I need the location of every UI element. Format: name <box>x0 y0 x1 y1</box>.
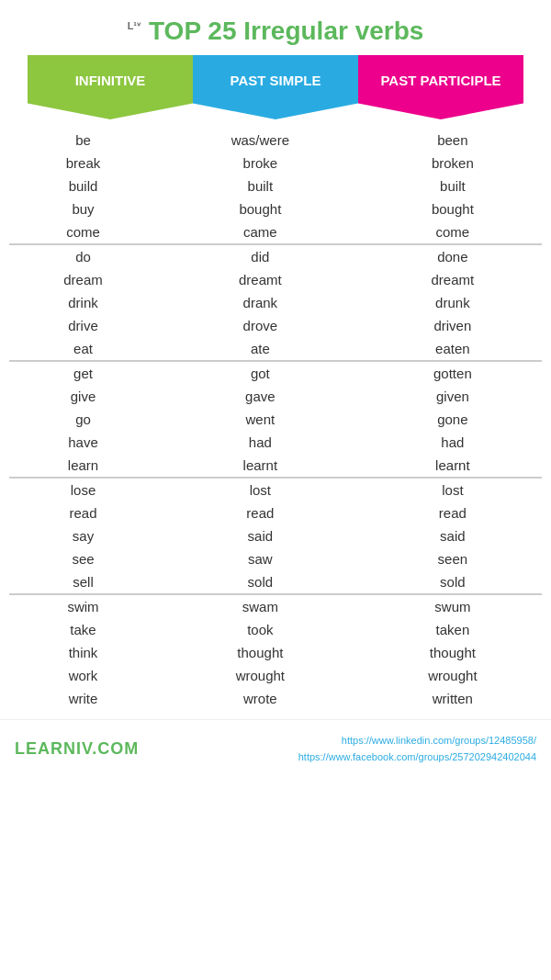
cell-past_participle: lost <box>364 478 542 501</box>
cell-past_simple: wrote <box>157 687 364 710</box>
table-row: loselostlost <box>9 478 542 501</box>
cell-past_simple: ate <box>157 337 364 361</box>
cell-infinitive: do <box>9 244 157 268</box>
cell-past_participle: had <box>364 431 542 454</box>
table-row: swimswamswum <box>9 594 542 618</box>
table-row: buyboughtbought <box>9 197 542 220</box>
cell-past_participle: come <box>364 220 542 244</box>
cell-infinitive: build <box>9 175 157 197</box>
cell-past_simple: broke <box>157 152 364 175</box>
cell-past_simple: swam <box>157 594 364 618</box>
cell-infinitive: come <box>9 220 157 244</box>
cell-past_participle: sold <box>364 570 542 594</box>
cell-past_simple: said <box>157 524 364 547</box>
table-row: readreadread <box>9 501 542 524</box>
footer-links: https://www.linkedin.com/groups/12485958… <box>298 733 536 765</box>
table-row: taketooktaken <box>9 618 542 641</box>
table-row: givegavegiven <box>9 385 542 408</box>
cell-past_participle: seen <box>364 547 542 570</box>
table-area: bewas/werebeenbreakbrokebrokenbuildbuilt… <box>0 129 551 710</box>
cell-infinitive: have <box>9 431 157 454</box>
cell-infinitive: read <box>9 501 157 524</box>
page-title: TOP 25 Irregular verbs <box>149 17 423 46</box>
cell-past_participle: eaten <box>364 337 542 361</box>
cell-past_participle: dreamt <box>364 268 542 291</box>
table-row: dodiddone <box>9 244 542 268</box>
cell-infinitive: drink <box>9 291 157 314</box>
footer-logo: LEARNIV.COM <box>15 739 139 759</box>
table-row: getgotgotten <box>9 361 542 385</box>
table-row: buildbuiltbuilt <box>9 175 542 197</box>
footer-link: https://www.linkedin.com/groups/12485958… <box>298 733 536 749</box>
logo-badge: L¹ᵛ <box>128 20 141 32</box>
cell-past_simple: read <box>157 501 364 524</box>
cell-infinitive: drive <box>9 314 157 337</box>
cell-past_participle: gone <box>364 408 542 431</box>
footer-link: https://www.facebook.com/groups/25720294… <box>298 749 536 766</box>
cell-infinitive: learn <box>9 454 157 478</box>
cell-infinitive: go <box>9 408 157 431</box>
cell-past_simple: bought <box>157 197 364 220</box>
table-row: bewas/werebeen <box>9 129 542 152</box>
cell-past_participle: drunk <box>364 291 542 314</box>
cell-past_participle: given <box>364 385 542 408</box>
cell-past_simple: built <box>157 175 364 197</box>
table-row: saysaidsaid <box>9 524 542 547</box>
cell-past_simple: had <box>157 431 364 454</box>
cell-past_simple: sold <box>157 570 364 594</box>
table-row: writewrotewritten <box>9 687 542 710</box>
past-simple-banner: PAST SIMPLE <box>193 55 358 119</box>
table-row: sellsoldsold <box>9 570 542 594</box>
cell-infinitive: say <box>9 524 157 547</box>
cell-past_participle: gotten <box>364 361 542 385</box>
cell-past_simple: got <box>157 361 364 385</box>
cell-infinitive: get <box>9 361 157 385</box>
cell-past_simple: wrought <box>157 664 364 687</box>
cell-past_participle: read <box>364 501 542 524</box>
cell-past_simple: gave <box>157 385 364 408</box>
cell-infinitive: give <box>9 385 157 408</box>
cell-infinitive: eat <box>9 337 157 361</box>
cell-past_simple: lost <box>157 478 364 501</box>
cell-past_simple: drove <box>157 314 364 337</box>
cell-past_participle: taken <box>364 618 542 641</box>
cell-past_participle: built <box>364 175 542 197</box>
header: L¹ᵛ TOP 25 Irregular verbs <box>0 0 551 55</box>
verb-table: bewas/werebeenbreakbrokebrokenbuildbuilt… <box>9 129 542 710</box>
cell-past_participle: learnt <box>364 454 542 478</box>
table-row: seesawseen <box>9 547 542 570</box>
cell-past_participle: done <box>364 244 542 268</box>
table-row: comecamecome <box>9 220 542 244</box>
cell-infinitive: be <box>9 129 157 152</box>
cell-infinitive: swim <box>9 594 157 618</box>
cell-past_participle: said <box>364 524 542 547</box>
table-row: thinkthoughtthought <box>9 641 542 664</box>
table-row: drivedrovedriven <box>9 314 542 337</box>
past-participle-banner: PAST PARTICIPLE <box>358 55 523 119</box>
table-row: eatateeaten <box>9 337 542 361</box>
cell-infinitive: take <box>9 618 157 641</box>
table-row: workwroughtwrought <box>9 664 542 687</box>
cell-past_simple: came <box>157 220 364 244</box>
cell-past_simple: took <box>157 618 364 641</box>
cell-past_participle: bought <box>364 197 542 220</box>
table-row: drinkdrankdrunk <box>9 291 542 314</box>
cell-infinitive: break <box>9 152 157 175</box>
cell-infinitive: lose <box>9 478 157 501</box>
cell-infinitive: see <box>9 547 157 570</box>
cell-past_simple: did <box>157 244 364 268</box>
cell-infinitive: write <box>9 687 157 710</box>
cell-past_simple: went <box>157 408 364 431</box>
cell-past_simple: dreamt <box>157 268 364 291</box>
infinitive-banner: INFINITIVE <box>28 55 193 119</box>
page-wrapper: L¹ᵛ TOP 25 Irregular verbs INFINITIVE PA… <box>0 0 551 774</box>
table-row: dreamdreamtdreamt <box>9 268 542 291</box>
cell-past_participle: swum <box>364 594 542 618</box>
cell-past_simple: drank <box>157 291 364 314</box>
cell-past_simple: thought <box>157 641 364 664</box>
columns-header: INFINITIVE PAST SIMPLE PAST PARTICIPLE <box>0 55 551 129</box>
cell-past_simple: was/were <box>157 129 364 152</box>
cell-infinitive: dream <box>9 268 157 291</box>
footer: LEARNIV.COM https://www.linkedin.com/gro… <box>0 719 551 774</box>
cell-past_simple: saw <box>157 547 364 570</box>
